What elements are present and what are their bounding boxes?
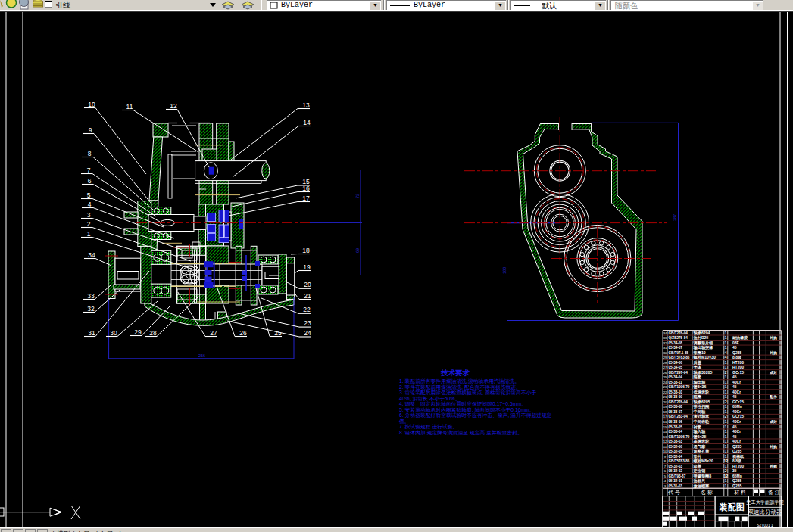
svg-text:23: 23 <box>663 385 667 389</box>
svg-text:45: 45 <box>732 384 737 389</box>
svg-text:外购: 外购 <box>769 464 777 469</box>
svg-text:3: 3 <box>664 484 667 488</box>
svg-text:34: 34 <box>88 251 95 259</box>
svg-text:GB/T297-94: GB/T297-94 <box>669 371 688 375</box>
svg-text:29: 29 <box>663 356 667 359</box>
svg-text:代 号: 代 号 <box>667 490 680 495</box>
svg-text:21: 21 <box>304 292 311 300</box>
svg-text:GB/T283-94: GB/T283-94 <box>669 415 688 418</box>
svg-text:5: 5 <box>664 474 667 478</box>
svg-text:8: 8 <box>88 150 92 157</box>
svg-text:05-33-07: 05-33-07 <box>669 410 683 414</box>
svg-text:45: 45 <box>732 425 737 429</box>
svg-text:05-34-05: 05-34-05 <box>669 366 683 369</box>
svg-text:05-31-03: 05-31-03 <box>669 484 683 488</box>
svg-text:05-32-04: 05-32-04 <box>669 455 683 459</box>
svg-text:Q235: Q235 <box>732 350 741 355</box>
svg-text:11: 11 <box>663 445 667 449</box>
svg-text:05-33-04: 05-33-04 <box>669 430 683 434</box>
svg-text:24: 24 <box>663 381 667 384</box>
svg-text:1: 1 <box>725 404 727 409</box>
svg-text:31: 31 <box>663 346 667 350</box>
svg-text:40Cr: 40Cr <box>732 439 741 443</box>
svg-text:05-33-09: 05-33-09 <box>669 395 683 399</box>
svg-text:GB/T5783-86: GB/T5783-86 <box>669 356 690 359</box>
svg-text:40Cr: 40Cr <box>732 419 741 424</box>
svg-text:40Cr: 40Cr <box>732 409 741 414</box>
svg-text:1: 1 <box>725 434 727 439</box>
svg-text:1: 1 <box>725 478 727 483</box>
svg-text:1: 1 <box>725 360 727 365</box>
svg-text:65Mn: 65Mn <box>732 474 742 478</box>
svg-text:22: 22 <box>663 390 667 394</box>
svg-text:13: 13 <box>663 435 667 439</box>
svg-text:7: 7 <box>87 166 91 174</box>
svg-text:25: 25 <box>663 375 667 379</box>
svg-text:10: 10 <box>663 450 667 453</box>
svg-text:1: 1 <box>725 390 727 394</box>
svg-text:1: 1 <box>725 425 727 429</box>
svg-text:3: 3 <box>87 211 91 219</box>
svg-text:Q235: Q235 <box>732 484 741 488</box>
svg-text:6: 6 <box>88 177 92 185</box>
svg-text:12: 12 <box>663 440 667 443</box>
svg-text:23: 23 <box>304 319 311 327</box>
svg-text:05-33-11: 05-33-11 <box>669 381 683 384</box>
svg-text:18: 18 <box>663 410 667 414</box>
svg-text:1: 1 <box>87 230 91 238</box>
svg-text:28: 28 <box>663 361 667 365</box>
svg-text:HT200: HT200 <box>732 365 744 369</box>
svg-text:GB/T97.1-85: GB/T97.1-85 <box>669 351 689 355</box>
svg-text:14: 14 <box>303 119 311 126</box>
svg-text:65Mn: 65Mn <box>732 404 742 409</box>
svg-text:1: 1 <box>725 484 727 488</box>
svg-text:GB/T276-94: GB/T276-94 <box>669 331 688 335</box>
svg-text:GB/T93-87: GB/T93-87 <box>669 474 686 478</box>
svg-text:20: 20 <box>663 400 667 404</box>
svg-text:266: 266 <box>198 353 205 358</box>
svg-text:1: 1 <box>725 380 727 384</box>
svg-text:1: 1 <box>725 365 727 369</box>
svg-text:14: 14 <box>663 430 667 434</box>
svg-text:2: 2 <box>725 414 727 418</box>
svg-text:16: 16 <box>302 185 310 192</box>
svg-text:15: 15 <box>663 425 667 429</box>
svg-text:27: 27 <box>210 329 217 337</box>
svg-text:20: 20 <box>304 281 311 288</box>
svg-text:287: 287 <box>673 214 677 221</box>
svg-text:40Cr: 40Cr <box>732 429 741 434</box>
svg-text:1: 1 <box>725 394 727 399</box>
svg-text:1: 1 <box>725 444 727 449</box>
svg-text:26: 26 <box>663 371 667 375</box>
svg-text:26: 26 <box>239 329 247 337</box>
svg-text:1: 1 <box>725 449 727 453</box>
svg-text:33: 33 <box>663 336 667 340</box>
svg-text:Q235: Q235 <box>732 478 741 483</box>
svg-text:9: 9 <box>89 126 92 134</box>
svg-text:装配图: 装配图 <box>719 502 745 512</box>
svg-text:4: 4 <box>725 355 727 359</box>
svg-text:10: 10 <box>88 101 95 108</box>
svg-text:6. 分动器装配好后空载试验时不应有冲击、噪声, 温升不得超: 6. 分动器装配好后空载试验时不应有冲击、噪声, 温升不得超过规定 <box>399 412 552 418</box>
svg-text:05-32-01: 05-32-01 <box>669 479 683 483</box>
svg-text:GCr15: GCr15 <box>732 414 744 418</box>
svg-text:技术要求: 技术要求 <box>440 369 470 377</box>
svg-text:72: 72 <box>355 194 360 198</box>
svg-text:35: 35 <box>732 468 737 473</box>
svg-text:12: 12 <box>723 459 728 463</box>
svg-text:2: 2 <box>87 220 91 228</box>
svg-text:28: 28 <box>149 329 157 337</box>
svg-text:17: 17 <box>663 415 667 418</box>
svg-text:18: 18 <box>302 247 310 254</box>
svg-text:HT200: HT200 <box>732 360 744 365</box>
svg-text:30: 30 <box>110 329 117 337</box>
svg-text:17: 17 <box>302 194 310 202</box>
svg-text:05-33-03: 05-33-03 <box>669 440 683 443</box>
svg-text:05-34-08: 05-34-08 <box>669 341 683 345</box>
svg-text:21: 21 <box>663 395 667 399</box>
svg-text:24: 24 <box>304 329 311 337</box>
svg-text:12: 12 <box>723 474 728 478</box>
svg-text:8: 8 <box>664 459 667 463</box>
svg-text:1: 1 <box>725 409 727 414</box>
svg-text:40Cr: 40Cr <box>732 390 741 394</box>
